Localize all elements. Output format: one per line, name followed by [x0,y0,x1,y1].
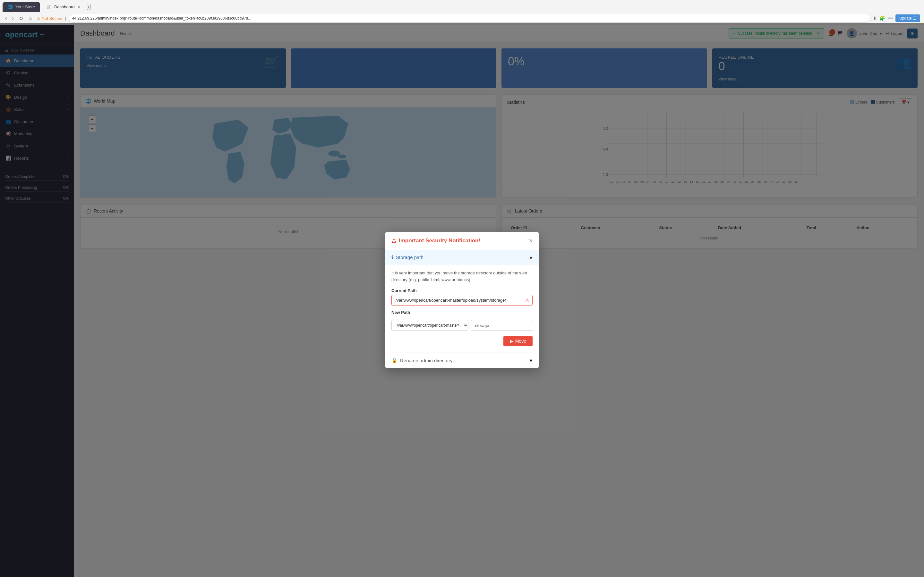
tab-bar: 🌐 Your Store 🛒 Dashboard ✕ + [0,0,924,12]
new-tab-button[interactable]: + [87,4,91,10]
rename-admin-title: Rename admin directory [400,358,452,363]
back-button[interactable]: ‹ [4,14,8,23]
tab-dashboard[interactable]: 🛒 Dashboard ✕ [41,2,86,12]
tab-close-button[interactable]: ✕ [78,5,81,9]
new-path-label: New Path [391,310,533,315]
modal-header: ⚠ Important Security Notification! × [385,232,539,250]
browser-chrome: 🌐 Your Store 🛒 Dashboard ✕ + ‹ › ↻ ☆ ⚠ N… [0,0,924,25]
modal-overlay: ⚠ Important Security Notification! × ℹ S… [74,25,924,577]
glasses-icon[interactable]: 👓 [887,16,893,21]
storage-path-body: It is very important that you move the s… [385,265,539,353]
new-path-row: /var/www/opencart/opencart-master/ [391,320,533,331]
extensions-icon[interactable]: 🧩 [879,16,885,21]
storage-path-description: It is very important that you move the s… [391,270,533,284]
app-container: opencart ~ ☰ NAVIGATION 🏠 Dashboard 🏷 Ca… [0,25,924,577]
move-button[interactable]: ▶ Move [503,336,533,346]
modal-close-button[interactable]: × [529,237,533,245]
tab-favicon-dashboard: 🛒 [47,5,52,9]
rename-admin-section: 🔒 Rename admin directory ∨ [385,353,539,368]
input-warning-icon: ⚠ [525,297,529,303]
browser-actions: ⬇ 🧩 👓 Update ☰ [873,15,920,22]
tab-your-store[interactable]: 🌐 Your Store [3,2,40,12]
main-content: Dashboard Home ✓ Success: Install direct… [74,25,924,577]
warning-icon: ⚠ [391,237,396,244]
current-path-input[interactable] [391,295,533,306]
tab-favicon: 🌐 [8,5,13,9]
chevron-up-icon: ∧ [529,255,533,260]
rename-admin-header[interactable]: 🔒 Rename admin directory ∨ [385,353,539,367]
forward-button[interactable]: › [11,14,15,23]
current-path-wrapper: ⚠ [391,295,533,306]
address-input[interactable] [69,14,871,23]
chevron-down-icon: ∨ [529,358,533,363]
security-warning: ⚠ Not Secure [37,16,63,21]
current-path-label: Current Path [391,288,533,293]
storage-path-title: Storage path [396,255,423,260]
lock-icon: 🔒 [391,358,397,363]
storage-path-header[interactable]: ℹ Storage path ∧ [385,250,539,265]
new-path-select[interactable]: /var/www/opencart/opencart-master/ [391,320,468,331]
storage-path-section: ℹ Storage path ∧ It is very important th… [385,250,539,353]
update-button[interactable]: Update ☰ [895,15,920,22]
download-icon[interactable]: ⬇ [873,16,877,21]
tab-label-dashboard: Dashboard [54,5,75,9]
move-icon: ▶ [510,338,513,343]
bookmark-button[interactable]: ☆ [27,14,34,23]
security-modal: ⚠ Important Security Notification! × ℹ S… [385,232,539,368]
new-path-input[interactable] [471,320,533,331]
modal-title: ⚠ Important Security Notification! [391,237,480,244]
circle-info-icon: ℹ [391,255,393,260]
tab-label: Your Store [15,5,35,9]
reload-button[interactable]: ↻ [18,14,24,23]
